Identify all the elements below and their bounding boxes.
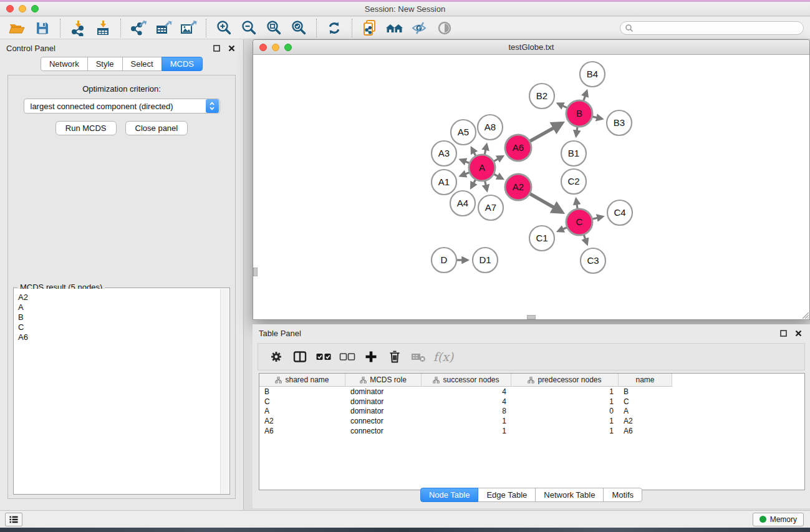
graph-node-A7[interactable]: A7 (478, 195, 503, 220)
export-network-button[interactable] (126, 19, 151, 37)
table-cell[interactable]: A2 (259, 417, 345, 425)
column-header-name[interactable]: name (619, 374, 672, 387)
refresh-view-button[interactable] (322, 19, 347, 37)
canvas-resize-handle-bottom[interactable] (527, 315, 536, 319)
tab-node-table[interactable]: Node Table (420, 488, 479, 502)
table-cell[interactable]: 4 (422, 387, 511, 396)
zoom-out-button[interactable] (236, 19, 261, 37)
table-cell[interactable]: A (619, 407, 672, 415)
float-table-panel-icon[interactable] (778, 327, 789, 339)
network-manager-button[interactable] (357, 19, 382, 37)
run-mcds-button[interactable]: Run MCDS (55, 121, 117, 135)
select-all-columns-button[interactable] (312, 346, 335, 367)
table-cell[interactable]: C (619, 397, 672, 406)
graph-node-A[interactable]: A (469, 155, 495, 181)
table-cell[interactable]: 4 (422, 397, 511, 406)
export-image-button[interactable] (176, 19, 201, 37)
graph-node-C1[interactable]: C1 (529, 226, 554, 251)
table-row[interactable]: Cdominator41C (259, 397, 804, 407)
tab-edge-table[interactable]: Edge Table (478, 488, 536, 502)
close-panel-icon[interactable] (226, 42, 237, 54)
graph-node-A8[interactable]: A8 (478, 115, 503, 140)
graph-node-B1[interactable]: B1 (561, 141, 586, 166)
table-cell[interactable]: dominator (345, 407, 422, 415)
graph-node-B3[interactable]: B3 (607, 110, 632, 135)
window-resize-grip[interactable] (800, 310, 809, 319)
table-cell[interactable]: 1 (511, 387, 619, 396)
table-cell[interactable]: connector (345, 427, 422, 435)
search-input[interactable] (620, 21, 804, 35)
tab-network[interactable]: Network (41, 57, 88, 71)
table-cell[interactable]: 1 (511, 417, 619, 425)
graph-node-A5[interactable]: A5 (451, 120, 476, 145)
table-row[interactable]: Bdominator41B (259, 387, 804, 397)
column-header-shared-name[interactable]: shared name (259, 374, 345, 387)
table-cell[interactable]: A (259, 407, 345, 415)
column-header-successor-nodes[interactable]: successor nodes (422, 374, 511, 387)
canvas-resize-handle-left[interactable] (253, 268, 258, 276)
zoom-selected-button[interactable] (286, 19, 311, 37)
mcds-result-item[interactable]: A6 (18, 332, 216, 342)
graph-node-A4[interactable]: A4 (450, 191, 475, 216)
graph-node-A1[interactable]: A1 (432, 170, 456, 195)
hide-graphics-details-button[interactable] (407, 19, 432, 37)
network-window-titlebar[interactable]: testGlobe.txt (253, 40, 809, 55)
open-file-button[interactable] (5, 19, 30, 37)
table-cell[interactable]: A6 (619, 427, 672, 435)
graph-node-B4[interactable]: B4 (580, 62, 605, 87)
mcds-result-scrollbar[interactable] (220, 289, 229, 493)
table-cell[interactable]: 1 (511, 397, 619, 406)
add-column-button[interactable] (359, 346, 383, 367)
memory-button[interactable]: Memory (753, 513, 804, 526)
export-table-button[interactable] (151, 19, 176, 37)
show-graphics-details-button[interactable] (432, 19, 457, 37)
graph-node-C[interactable]: C (566, 209, 592, 235)
graph-node-C2[interactable]: C2 (561, 169, 586, 194)
tab-network-table[interactable]: Network Table (535, 488, 604, 502)
mcds-result-item[interactable]: A (18, 302, 216, 312)
table-cell[interactable]: 8 (422, 407, 511, 415)
network-canvas[interactable]: B4B2BB3A8A5A6B1A3AA1C2A2A4A7C4CC1C3DD1 (253, 55, 809, 319)
table-row[interactable]: Adominator80A (259, 407, 804, 417)
graph-node-C3[interactable]: C3 (581, 248, 605, 273)
table-cell[interactable]: B (259, 387, 345, 396)
table-cell[interactable]: 1 (422, 417, 511, 425)
delete-table-button[interactable] (407, 346, 430, 367)
tab-select[interactable]: Select (122, 57, 162, 71)
mcds-result-item[interactable]: B (18, 312, 216, 322)
table-row[interactable]: A6connector11A6 (259, 426, 804, 436)
graph-node-C4[interactable]: C4 (607, 200, 632, 225)
tab-style[interactable]: Style (87, 57, 123, 71)
graph-node-B[interactable]: B (566, 100, 592, 127)
table-options-button[interactable] (264, 346, 288, 367)
zoom-in-button[interactable] (211, 19, 236, 37)
column-header-MCDS-role[interactable]: MCDS role (345, 374, 422, 387)
table-cell[interactable]: 0 (511, 407, 619, 415)
import-network-button[interactable] (65, 19, 90, 37)
graph-edge-A2-C[interactable] (528, 193, 562, 212)
show-panels-list-button[interactable] (5, 513, 22, 526)
criterion-dropdown[interactable]: largest connected component (directed) (24, 99, 220, 114)
graph-node-A6[interactable]: A6 (505, 135, 531, 161)
graph-node-D1[interactable]: D1 (473, 248, 498, 273)
column-header-predecessor-nodes[interactable]: predecessor nodes (511, 374, 619, 387)
tab-mcds[interactable]: MCDS (162, 57, 203, 71)
graph-node-A3[interactable]: A3 (432, 141, 456, 166)
function-builder-button[interactable]: f(x) (430, 346, 454, 367)
save-session-button[interactable] (30, 19, 55, 37)
tab-motifs[interactable]: Motifs (603, 488, 642, 502)
delete-columns-button[interactable] (383, 346, 407, 367)
mcds-result-item[interactable]: A2 (18, 293, 216, 302)
zoom-fit-button[interactable] (261, 19, 286, 37)
graph-node-A2[interactable]: A2 (505, 174, 531, 200)
table-cell[interactable]: B (619, 387, 672, 396)
table-cell[interactable]: 1 (422, 427, 511, 435)
mcds-result-item[interactable]: C (18, 322, 216, 332)
float-panel-icon[interactable] (211, 42, 222, 54)
split-panel-button[interactable] (288, 346, 312, 367)
table-cell[interactable]: 1 (511, 427, 619, 435)
unselect-all-columns-button[interactable] (335, 346, 359, 367)
graph-node-D[interactable]: D (432, 248, 456, 273)
table-cell[interactable]: dominator (345, 397, 422, 406)
import-table-button[interactable] (90, 19, 115, 37)
